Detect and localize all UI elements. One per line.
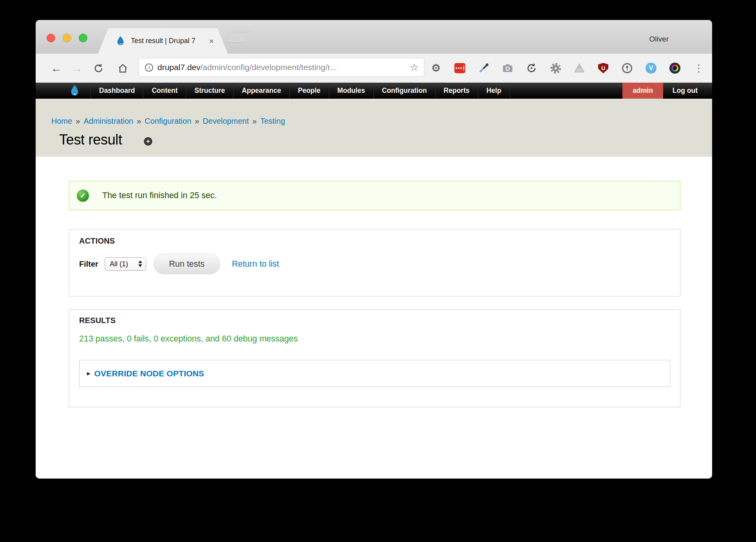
- gear-flower-icon[interactable]: [550, 62, 561, 74]
- ublock-shield-icon[interactable]: U: [597, 62, 609, 74]
- reload-icon[interactable]: [93, 61, 107, 76]
- browser-window: Test result | Drupal 7 × Oliver ← →: [36, 20, 712, 479]
- onepassword-icon[interactable]: [621, 62, 633, 74]
- drupal-logo-icon[interactable]: [69, 85, 81, 97]
- browser-titlebar: Test result | Drupal 7 × Oliver: [36, 20, 712, 54]
- drupal-admin-toolbar: DashboardContentStructureAppearancePeopl…: [36, 83, 712, 99]
- screenshot-stage: Test result | Drupal 7 × Oliver ← →: [0, 0, 756, 542]
- filter-label: Filter: [79, 260, 98, 269]
- fullscreen-window-button[interactable]: [79, 34, 87, 42]
- bookmark-star-icon[interactable]: ☆: [410, 62, 419, 72]
- v-badge-icon[interactable]: V: [645, 62, 657, 74]
- breadcrumb-link[interactable]: Development: [203, 117, 249, 126]
- filter-select[interactable]: All (1): [105, 257, 146, 271]
- admin-menu-item[interactable]: Appearance: [233, 83, 289, 99]
- admin-menu-item[interactable]: Configuration: [373, 83, 435, 99]
- browser-profile-name[interactable]: Oliver: [649, 35, 669, 43]
- run-tests-button[interactable]: Run tests: [154, 254, 220, 274]
- site-info-icon[interactable]: i: [145, 63, 153, 72]
- breadcrumb-link[interactable]: Home: [51, 117, 72, 126]
- page-header: Home»Administration»Configuration»Develo…: [36, 99, 712, 157]
- gear-icon[interactable]: ⚙: [430, 62, 442, 74]
- browser-navbar: ← → i drupal7.dev /admin/config/developm…: [36, 54, 712, 83]
- drupal-favicon-icon: [115, 36, 126, 46]
- back-icon[interactable]: ←: [49, 61, 63, 76]
- camera-lens-icon[interactable]: [669, 62, 681, 74]
- actions-row: Filter All (1) Run tests Return to list: [79, 253, 279, 275]
- results-fieldset: RESULTS 213 passes, 0 fails, 0 exception…: [69, 309, 680, 407]
- url-host: drupal7.dev: [157, 63, 201, 72]
- add-shortcut-icon[interactable]: +: [144, 137, 152, 146]
- admin-menu-item[interactable]: Content: [143, 83, 186, 99]
- toolbar-logout-link[interactable]: Log out: [663, 83, 707, 99]
- url-path: /admin/config/development/testing/r...: [201, 63, 337, 72]
- results-summary: 213 passes, 0 fails, 0 exceptions, and 6…: [79, 334, 298, 344]
- admin-menu-item[interactable]: Dashboard: [90, 83, 143, 99]
- success-check-icon: ✓: [77, 190, 89, 202]
- browser-menu-icon[interactable]: ⋮: [693, 62, 705, 74]
- admin-menu-item[interactable]: Help: [478, 83, 510, 99]
- password-dots-icon[interactable]: [454, 62, 466, 74]
- new-tab-button[interactable]: [227, 32, 250, 43]
- override-node-options-label: OVERRIDE NODE OPTIONS: [94, 369, 204, 378]
- breadcrumb-link[interactable]: Administration: [83, 117, 133, 126]
- filter-select-value: All (1): [110, 260, 128, 268]
- results-legend: RESULTS: [79, 316, 116, 325]
- breadcrumb-link[interactable]: Configuration: [145, 117, 191, 126]
- admin-menu-item[interactable]: Modules: [329, 83, 373, 99]
- actions-legend: ACTIONS: [79, 237, 115, 246]
- minimize-window-button[interactable]: [63, 34, 71, 42]
- tab-close-icon[interactable]: ×: [209, 36, 214, 46]
- page-content: ✓ The test run finished in 25 sec. ACTIO…: [36, 157, 712, 479]
- breadcrumb-separator: »: [137, 117, 141, 126]
- toolbar-admin-user[interactable]: admin: [622, 83, 663, 99]
- extension-toolbar: ⚙: [430, 62, 705, 74]
- status-message-text: The test run finished in 25 sec.: [102, 191, 217, 201]
- collapsed-triangle-icon: ▸: [87, 370, 90, 377]
- tab-title: Test result | Drupal 7: [131, 37, 195, 45]
- override-node-options-toggle[interactable]: ▸ OVERRIDE NODE OPTIONS: [79, 360, 670, 387]
- page-title: Test result: [59, 132, 122, 148]
- breadcrumb-separator: »: [195, 117, 199, 126]
- refresh-clock-icon[interactable]: [526, 62, 537, 74]
- breadcrumb: Home»Administration»Configuration»Develo…: [51, 117, 285, 126]
- return-to-list-link[interactable]: Return to list: [232, 259, 279, 269]
- admin-menu-item[interactable]: Reports: [435, 83, 478, 99]
- status-message: ✓ The test run finished in 25 sec.: [69, 181, 680, 210]
- select-arrows-icon: [138, 260, 142, 267]
- breadcrumb-separator: »: [76, 117, 80, 126]
- active-tab[interactable]: Test result | Drupal 7 ×: [98, 28, 228, 54]
- home-icon[interactable]: [118, 61, 132, 76]
- breadcrumb-separator: »: [252, 117, 257, 126]
- actions-fieldset: ACTIONS Filter All (1) Run tests Return …: [69, 229, 680, 296]
- forward-icon[interactable]: →: [70, 61, 84, 76]
- admin-menu-item[interactable]: Structure: [186, 83, 233, 99]
- toolbar-user-area: admin Log out: [622, 83, 707, 99]
- breadcrumb-link[interactable]: Testing: [260, 117, 285, 126]
- eyedropper-icon[interactable]: [478, 62, 490, 74]
- close-window-button[interactable]: [47, 34, 55, 42]
- drive-triangle-icon[interactable]: [573, 62, 585, 74]
- admin-menu-item[interactable]: People: [289, 83, 329, 99]
- admin-menu: DashboardContentStructureAppearancePeopl…: [90, 83, 510, 99]
- camera-icon[interactable]: [502, 62, 514, 74]
- url-input[interactable]: i drupal7.dev /admin/config/development/…: [139, 58, 424, 77]
